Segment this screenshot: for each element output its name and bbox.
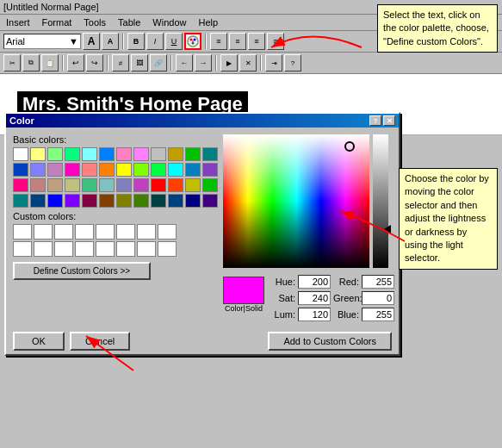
basic-color-swatch[interactable] [168, 147, 183, 161]
menu-table[interactable]: Table [115, 16, 143, 28]
lum-input[interactable] [298, 308, 331, 321]
basic-color-swatch[interactable] [47, 147, 63, 161]
preview-btn[interactable]: ▶ [220, 54, 238, 72]
basic-color-swatch[interactable] [151, 163, 166, 177]
image-btn[interactable]: 🖼 [131, 54, 148, 72]
basic-color-swatch[interactable] [47, 178, 63, 192]
redo-btn[interactable]: ↪ [86, 54, 103, 72]
basic-color-swatch[interactable] [168, 163, 183, 177]
menu-help[interactable]: Help [195, 16, 220, 28]
underline-btn[interactable]: U [165, 33, 183, 50]
custom-swatch[interactable] [75, 241, 94, 257]
copy-btn[interactable]: ⧉ [22, 54, 40, 72]
basic-color-swatch[interactable] [13, 147, 28, 161]
dialog-help-btn[interactable]: ? [369, 115, 381, 126]
align-right-btn[interactable]: ≡ [248, 33, 265, 50]
basic-color-swatch[interactable] [47, 163, 63, 177]
ok-button[interactable]: OK [13, 332, 65, 351]
basic-color-swatch[interactable] [82, 147, 97, 161]
basic-color-swatch[interactable] [202, 147, 218, 161]
basic-color-swatch[interactable] [82, 163, 97, 177]
custom-swatch[interactable] [13, 241, 32, 257]
basic-color-swatch[interactable] [116, 178, 132, 192]
basic-color-swatch[interactable] [47, 194, 63, 208]
custom-swatch[interactable] [158, 241, 177, 257]
basic-color-swatch[interactable] [133, 178, 149, 192]
basic-color-swatch[interactable] [30, 163, 46, 177]
basic-color-swatch[interactable] [202, 163, 218, 177]
basic-color-swatch[interactable] [82, 194, 97, 208]
menu-tools[interactable]: Tools [81, 16, 108, 28]
basic-color-swatch[interactable] [13, 178, 28, 192]
spectrum-picker[interactable] [223, 134, 369, 268]
cut-btn[interactable]: ✂ [3, 54, 21, 72]
basic-color-swatch[interactable] [116, 163, 132, 177]
basic-color-swatch[interactable] [99, 194, 115, 208]
basic-color-swatch[interactable] [65, 178, 80, 192]
basic-color-swatch[interactable] [30, 194, 46, 208]
basic-color-swatch[interactable] [151, 194, 166, 208]
basic-color-swatch[interactable] [65, 163, 80, 177]
basic-color-swatch[interactable] [185, 194, 201, 208]
cancel-button[interactable]: Cancel [70, 332, 130, 351]
basic-color-swatch[interactable] [30, 147, 46, 161]
menu-window[interactable]: Window [150, 16, 189, 28]
help-btn[interactable]: ? [284, 54, 301, 72]
basic-color-swatch[interactable] [99, 178, 115, 192]
basic-color-swatch[interactable] [82, 178, 97, 192]
custom-swatch[interactable] [158, 224, 177, 240]
red-input[interactable] [362, 275, 394, 289]
basic-color-swatch[interactable] [116, 147, 132, 161]
custom-swatch[interactable] [34, 224, 53, 240]
green-input[interactable] [362, 291, 394, 305]
basic-color-swatch[interactable] [116, 194, 132, 208]
sat-input[interactable] [298, 291, 331, 305]
add-to-custom-btn[interactable]: Add to Custom Colors [268, 332, 392, 351]
custom-swatch[interactable] [137, 224, 156, 240]
basic-color-swatch[interactable] [13, 163, 28, 177]
indent-btn[interactable]: ⇥ [265, 54, 282, 72]
italic-btn[interactable]: I [146, 33, 164, 50]
stop-btn[interactable]: ✕ [239, 54, 257, 72]
custom-swatch[interactable] [54, 224, 73, 240]
table-btn[interactable]: # [112, 54, 129, 72]
menu-insert[interactable]: Insert [3, 16, 33, 28]
back-btn[interactable]: ← [176, 54, 193, 72]
basic-color-swatch[interactable] [133, 147, 149, 161]
lightness-bar[interactable] [373, 134, 388, 268]
undo-btn[interactable]: ↩ [67, 54, 84, 72]
basic-color-swatch[interactable] [65, 194, 80, 208]
basic-color-swatch[interactable] [168, 194, 183, 208]
basic-color-swatch[interactable] [30, 178, 46, 192]
forward-btn[interactable]: → [195, 54, 212, 72]
custom-swatch[interactable] [137, 241, 156, 257]
dialog-close-btn[interactable]: ✕ [383, 115, 395, 126]
custom-swatch[interactable] [13, 224, 32, 240]
spectrum-canvas[interactable] [223, 134, 369, 268]
basic-color-swatch[interactable] [185, 147, 201, 161]
custom-swatch[interactable] [116, 224, 135, 240]
custom-swatch[interactable] [75, 224, 94, 240]
color-palette-btn[interactable] [184, 33, 201, 50]
menu-format[interactable]: Format [40, 16, 75, 28]
font-selector[interactable]: Arial ▼ [3, 34, 81, 49]
paste-btn[interactable]: 📋 [41, 54, 59, 72]
align-center-btn[interactable]: ≡ [229, 33, 246, 50]
font-dropdown-icon[interactable]: ▼ [69, 36, 78, 47]
basic-color-swatch[interactable] [185, 178, 201, 192]
basic-color-swatch[interactable] [133, 163, 149, 177]
basic-color-swatch[interactable] [99, 147, 115, 161]
basic-color-swatch[interactable] [133, 194, 149, 208]
font-size-small-btn[interactable]: A [102, 33, 119, 50]
basic-color-swatch[interactable] [168, 178, 183, 192]
justify-btn[interactable]: ≡ [267, 33, 284, 50]
basic-color-swatch[interactable] [151, 178, 166, 192]
link-btn[interactable]: 🔗 [150, 54, 167, 72]
basic-color-swatch[interactable] [99, 163, 115, 177]
custom-swatch[interactable] [34, 241, 53, 257]
basic-color-swatch[interactable] [65, 147, 80, 161]
basic-color-swatch[interactable] [13, 194, 28, 208]
custom-swatch[interactable] [96, 224, 115, 240]
custom-swatch[interactable] [116, 241, 135, 257]
custom-swatch[interactable] [96, 241, 115, 257]
